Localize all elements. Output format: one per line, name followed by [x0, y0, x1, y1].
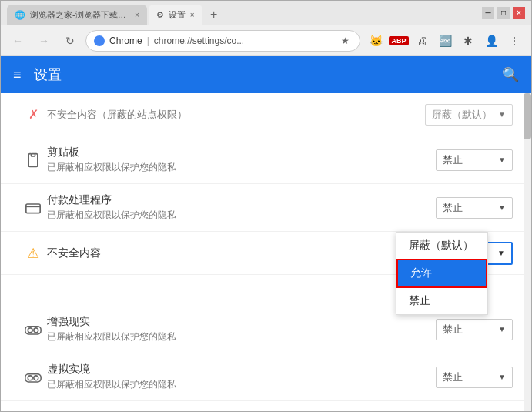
- dropdown-option-allow[interactable]: 允许: [396, 259, 487, 288]
- tab-1-close[interactable]: ×: [135, 11, 139, 19]
- settings-content: ✗ 不安全内容（屏蔽的站点权限） 屏蔽（默认） ▼: [1, 93, 531, 411]
- item-0-icon: ✗: [19, 107, 47, 122]
- vr-text: 虚拟实境 已屏蔽相应权限以保护您的隐私: [47, 363, 420, 391]
- extension-5-icon[interactable]: ✱: [457, 30, 479, 52]
- back-button[interactable]: ←: [7, 30, 28, 52]
- address-brand: Chrome: [109, 35, 142, 46]
- site-favicon: [94, 35, 105, 46]
- scrollbar-thumb[interactable]: [524, 93, 531, 139]
- clipboard-icon: [19, 152, 47, 168]
- close-button[interactable]: ×: [513, 7, 525, 19]
- ar-control: 禁止 ▼: [420, 319, 513, 340]
- tab-area: 🌐 浏览器之家-浏览器下载_浏览器... × ⚙ 设置 × +: [7, 1, 482, 25]
- ar-desc: 已屏蔽相应权限以保护您的隐私: [47, 330, 420, 343]
- browser-toolbar: ← → ↻ Chrome | chrome://settings/co... ★…: [1, 25, 531, 56]
- item-0-control: 屏蔽（默认） ▼: [420, 104, 513, 126]
- tab-2-label: 设置: [169, 9, 186, 21]
- settings-page-title: 设置: [34, 65, 502, 84]
- settings-header: ≡ 设置 🔍: [1, 56, 531, 93]
- insecure-dropdown: 屏蔽（默认） 允许 禁止: [396, 232, 488, 315]
- vr-icon: [19, 370, 47, 384]
- clipboard-select[interactable]: 禁止 ▼: [436, 149, 513, 171]
- maximize-button[interactable]: □: [497, 7, 510, 19]
- svg-rect-0: [32, 153, 35, 156]
- insecure-text: 不安全内容: [47, 246, 420, 260]
- title-bar: 🌐 浏览器之家-浏览器下载_浏览器... × ⚙ 设置 × + ─ □ ×: [1, 1, 531, 25]
- vr-control: 禁止 ▼: [420, 367, 513, 388]
- warning-icon: ⚠: [19, 245, 47, 262]
- address-url: chrome://settings/co...: [154, 35, 333, 46]
- vr-value: 禁止: [443, 370, 463, 384]
- settings-item-payment: 付款处理程序 已屏蔽相应权限以保护您的隐私 禁止 ▼: [1, 184, 531, 232]
- back-icon: ←: [12, 35, 23, 47]
- svg-point-9: [34, 375, 38, 380]
- reload-icon: ↻: [65, 35, 75, 47]
- tab-2[interactable]: ⚙ 设置 ×: [149, 5, 202, 25]
- dropdown-option-block[interactable]: 屏蔽（默认）: [396, 233, 487, 259]
- tab-2-close[interactable]: ×: [190, 11, 195, 19]
- ar-value: 禁止: [443, 323, 463, 337]
- minimize-button[interactable]: ─: [482, 7, 494, 19]
- forward-icon: →: [38, 35, 49, 47]
- settings-item-clipboard: 剪贴板 已屏蔽相应权限以保护您的隐私 禁止 ▼: [1, 136, 531, 184]
- account-icon[interactable]: 👤: [480, 30, 502, 52]
- menu-icon[interactable]: ⋮: [504, 30, 525, 52]
- svg-rect-1: [26, 204, 40, 213]
- ar-select[interactable]: 禁止 ▼: [436, 319, 513, 340]
- vr-desc: 已屏蔽相应权限以保护您的隐私: [47, 378, 420, 391]
- extension-4-icon[interactable]: 🔤: [434, 30, 456, 52]
- clipboard-value: 禁止: [443, 153, 463, 167]
- payment-value: 禁止: [443, 201, 463, 215]
- forward-button[interactable]: →: [33, 30, 55, 52]
- payment-desc: 已屏蔽相应权限以保护您的隐私: [47, 209, 420, 222]
- payment-text: 付款处理程序 已屏蔽相应权限以保护您的隐私: [47, 193, 420, 222]
- insecure-label: 不安全内容: [47, 246, 420, 260]
- svg-point-5: [34, 327, 38, 332]
- bookmark-icon[interactable]: ★: [338, 34, 352, 48]
- tab-1-label: 浏览器之家-浏览器下载_浏览器...: [30, 9, 130, 21]
- ar-label: 增强现实: [47, 315, 420, 329]
- browser-window: 🌐 浏览器之家-浏览器下载_浏览器... × ⚙ 设置 × + ─ □ × ← …: [0, 0, 532, 412]
- settings-search-icon[interactable]: 🔍: [502, 66, 519, 83]
- svg-point-8: [28, 375, 32, 380]
- clipboard-control: 禁止 ▼: [420, 149, 513, 171]
- vr-select[interactable]: 禁止 ▼: [436, 367, 513, 388]
- address-icons: ★: [338, 34, 352, 48]
- payment-arrow: ▼: [498, 203, 506, 212]
- settings-item-0: ✗ 不安全内容（屏蔽的站点权限） 屏蔽（默认） ▼: [1, 93, 531, 136]
- reload-button[interactable]: ↻: [59, 30, 81, 52]
- extension-1-icon[interactable]: 🐱: [365, 30, 386, 52]
- tab-1[interactable]: 🌐 浏览器之家-浏览器下载_浏览器... ×: [7, 5, 147, 25]
- extension-3-icon[interactable]: 🖨: [411, 30, 433, 52]
- window-controls: ─ □ ×: [482, 7, 525, 19]
- clipboard-desc: 已屏蔽相应权限以保护您的隐私: [47, 161, 420, 174]
- item-0-text: 不安全内容（屏蔽的站点权限）: [47, 108, 420, 122]
- vr-label: 虚拟实境: [47, 363, 420, 377]
- settings-page: ≡ 设置 🔍 ✗ 不安全内容（屏蔽的站点权限） 屏蔽（默认） ▼: [1, 56, 531, 411]
- insecure-arrow: ▼: [497, 249, 505, 257]
- abp-badge: ABP: [389, 36, 408, 45]
- vr-arrow: ▼: [498, 373, 506, 381]
- address-separator: |: [147, 35, 149, 46]
- toolbar-actions: 🐱 ABP 🖨 🔤 ✱ 👤 ⋮: [365, 30, 525, 52]
- item-0-select[interactable]: 屏蔽（默认） ▼: [425, 104, 513, 126]
- item-0-arrow: ▼: [498, 110, 506, 119]
- clipboard-text: 剪贴板 已屏蔽相应权限以保护您的隐私: [47, 146, 420, 174]
- hamburger-menu-icon[interactable]: ≡: [13, 67, 22, 83]
- svg-point-4: [28, 327, 32, 332]
- dropdown-option-deny[interactable]: 禁止: [396, 288, 487, 314]
- ar-icon: [19, 323, 47, 337]
- payment-label: 付款处理程序: [47, 193, 420, 207]
- settings-item-vr: 虚拟实境 已屏蔽相应权限以保护您的隐私 禁止 ▼: [1, 353, 531, 401]
- payment-control: 禁止 ▼: [420, 197, 513, 219]
- payment-select[interactable]: 禁止 ▼: [436, 197, 513, 219]
- clipboard-arrow: ▼: [498, 156, 506, 164]
- address-bar[interactable]: Chrome | chrome://settings/co... ★: [85, 30, 360, 52]
- clipboard-label: 剪贴板: [47, 146, 420, 159]
- item-0-label: 不安全内容（屏蔽的站点权限）: [47, 108, 420, 122]
- ar-arrow: ▼: [498, 325, 506, 333]
- new-tab-button[interactable]: +: [204, 5, 224, 25]
- ar-text: 增强现实 已屏蔽相应权限以保护您的隐私: [47, 315, 420, 343]
- extension-2-icon[interactable]: ABP: [388, 30, 410, 52]
- payment-icon: [19, 202, 47, 214]
